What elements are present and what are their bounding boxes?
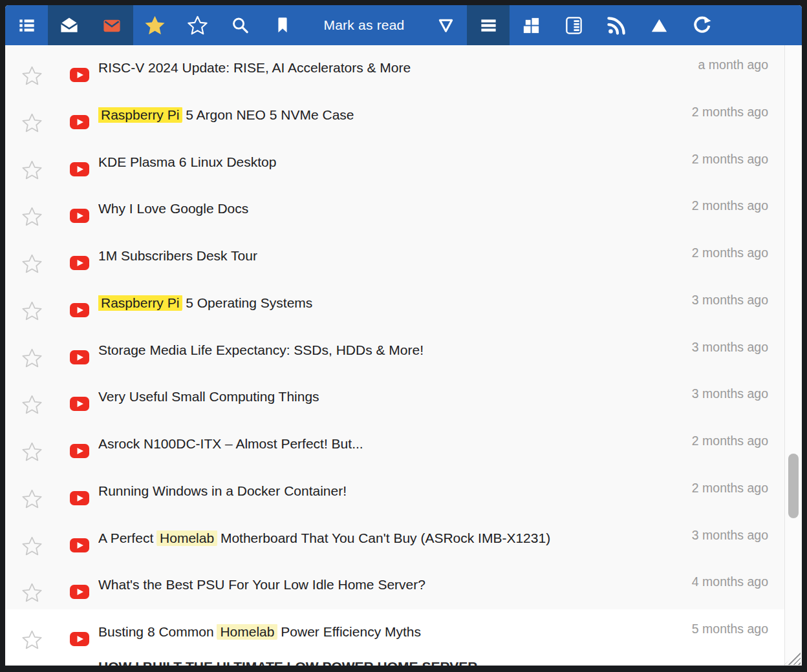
clipped-next-row[interactable]: HOW I BUILT THE ULTIMATE LOW POWER HOME … [5, 656, 784, 666]
article-timestamp: a month ago [698, 58, 768, 72]
article-row[interactable]: RISC-V 2024 Update: RISE, AI Accelerator… [5, 45, 784, 92]
refresh-icon [692, 16, 712, 36]
article-title: Very Useful Small Computing Things [98, 389, 674, 404]
article-row[interactable]: Running Windows in a Docker Container! 2… [5, 468, 784, 516]
window-frame: Mark as read [0, 0, 807, 672]
article-row[interactable]: A Perfect Homelab Motherboard That You C… [5, 516, 784, 563]
youtube-icon [70, 491, 89, 505]
youtube-icon [70, 209, 89, 223]
youtube-icon [70, 585, 89, 599]
star-outline-icon[interactable] [22, 489, 42, 509]
article-timestamp: 2 months ago [692, 198, 768, 213]
article-title: RISC-V 2024 Update: RISE, AI Accelerator… [98, 60, 674, 76]
unstarred-filter-button[interactable] [176, 5, 219, 45]
star-outline-icon[interactable] [22, 160, 42, 180]
article-title: Why I Love Google Docs [98, 201, 674, 216]
clipped-next-row-title: HOW I BUILT THE ULTIMATE LOW POWER HOME … [98, 659, 477, 666]
star-outline-icon[interactable] [22, 66, 42, 86]
youtube-icon [70, 303, 89, 317]
article-title: 1M Subscribers Desk Tour [98, 248, 674, 264]
star-outline-icon[interactable] [22, 254, 42, 274]
list-layout-button[interactable] [467, 5, 510, 45]
bookmark-icon [273, 16, 292, 35]
star-outline-icon[interactable] [22, 536, 42, 556]
unread-filter-button[interactable] [91, 5, 133, 45]
article-row[interactable]: Storage Media Life Expectancy: SSDs, HDD… [5, 328, 784, 375]
filter-dropdown-icon [436, 16, 456, 36]
article-timestamp: 2 months ago [692, 152, 768, 167]
collapse-up-icon [649, 16, 669, 36]
list-view-icon [17, 16, 37, 36]
article-row[interactable]: 1M Subscribers Desk Tour 2 months ago [5, 233, 784, 280]
article-title: Asrock N100DC-ITX – Almost Perfect! But.… [98, 436, 674, 452]
unread-envelope-icon [102, 16, 122, 36]
article-row[interactable]: Asrock N100DC-ITX – Almost Perfect! But.… [5, 421, 784, 468]
article-timestamp: 2 months ago [692, 105, 768, 120]
collapse-button[interactable] [638, 5, 680, 45]
scrollbar-track[interactable] [784, 45, 802, 666]
refresh-button[interactable] [680, 5, 723, 45]
card-view-button[interactable] [510, 5, 552, 45]
youtube-icon [70, 350, 89, 364]
article-timestamp: 3 months ago [692, 386, 768, 401]
list-view-button[interactable] [5, 5, 48, 45]
article-title: Raspberry Pi 5 Operating Systems [98, 295, 674, 311]
star-outline-icon[interactable] [22, 395, 42, 415]
article-row[interactable]: KDE Plasma 6 Linux Desktop 2 months ago [5, 140, 784, 187]
article-title: Running Windows in a Docker Container! [98, 483, 674, 499]
search-highlight: Homelab [217, 624, 277, 640]
article-row[interactable]: Why I Love Google Docs 2 months ago [5, 186, 784, 233]
bookmark-button[interactable] [261, 5, 304, 45]
article-timestamp: 2 months ago [692, 246, 768, 260]
article-row[interactable]: Very Useful Small Computing Things 3 mon… [5, 374, 784, 421]
starred-filter-button[interactable] [133, 5, 176, 45]
article-view-icon [564, 16, 584, 36]
star-outline-icon[interactable] [22, 301, 42, 321]
article-timestamp: 3 months ago [692, 293, 768, 308]
toolbar: Mark as read [5, 5, 802, 45]
article-title: KDE Plasma 6 Linux Desktop [98, 154, 674, 170]
mark-as-read-label: Mark as read [324, 17, 405, 33]
filter-dropdown-button[interactable] [424, 5, 467, 45]
youtube-icon [70, 162, 89, 176]
youtube-icon [70, 115, 89, 129]
star-outline-icon[interactable] [22, 348, 42, 368]
star-outline-icon[interactable] [22, 442, 42, 462]
search-button[interactable] [219, 5, 261, 45]
article-title: Busting 8 Common Homelab Power Efficienc… [98, 624, 674, 640]
article-row[interactable]: What's the Best PSU For Your Low Idle Ho… [5, 562, 784, 609]
youtube-icon [70, 444, 89, 458]
youtube-icon [70, 538, 89, 552]
all-articles-button[interactable] [48, 5, 91, 45]
window-resize-grip[interactable] [784, 650, 801, 665]
star-outline-icon[interactable] [22, 630, 42, 650]
hamburger-menu-icon [479, 16, 499, 36]
article-view-button[interactable] [552, 5, 595, 45]
star-outline-icon[interactable] [22, 113, 42, 133]
youtube-icon [70, 256, 89, 270]
rss-icon [607, 16, 627, 36]
rss-sources-button[interactable] [595, 5, 638, 45]
star-outline-icon[interactable] [22, 583, 42, 603]
article-timestamp: 4 months ago [692, 574, 768, 589]
article-row[interactable]: Raspberry Pi 5 Argon NEO 5 NVMe Case 2 m… [5, 92, 784, 140]
article-row[interactable]: Busting 8 Common Homelab Power Efficienc… [5, 609, 784, 656]
article-timestamp: 3 months ago [692, 528, 768, 543]
search-highlight: Raspberry Pi [98, 295, 182, 311]
mark-as-read-button[interactable]: Mark as read [304, 5, 424, 45]
open-envelope-icon [59, 16, 80, 36]
grid-view-icon [521, 16, 541, 36]
star-outline-icon[interactable] [22, 207, 42, 227]
article-timestamp: 2 months ago [692, 481, 768, 496]
youtube-icon [70, 397, 89, 411]
article-timestamp: 5 months ago [692, 622, 768, 636]
youtube-icon [70, 68, 89, 82]
search-highlight: Raspberry Pi [98, 107, 182, 123]
article-title: Raspberry Pi 5 Argon NEO 5 NVMe Case [98, 107, 674, 123]
article-row[interactable]: Raspberry Pi 5 Operating Systems 3 month… [5, 280, 784, 328]
article-timestamp: 3 months ago [692, 340, 768, 355]
article-timestamp: 2 months ago [692, 434, 768, 448]
article-title: A Perfect Homelab Motherboard That You C… [98, 530, 674, 546]
feed-reader-app: Mark as read [5, 5, 802, 666]
scrollbar-thumb[interactable] [788, 454, 799, 518]
